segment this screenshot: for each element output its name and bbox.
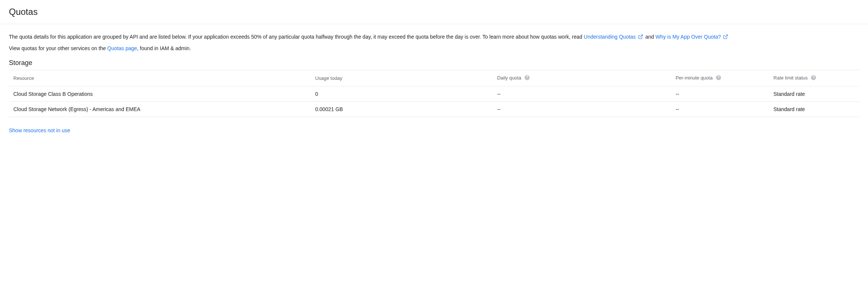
sub-intro-paragraph: View quotas for your other services on t… [9, 45, 859, 52]
show-resources-toggle[interactable]: Show resources not in use [9, 127, 70, 133]
understanding-quotas-link[interactable]: Understanding Quotas [584, 34, 645, 40]
sub-intro-text-after: , found in IAM & admin. [137, 45, 191, 51]
help-icon[interactable] [811, 76, 816, 82]
show-resources-toggle-label: Show resources not in use [9, 127, 70, 133]
cell-rate: Standard rate [769, 87, 859, 102]
col-header-perminute-label: Per-minute quota [675, 75, 713, 81]
quotas-page-link[interactable]: Quotas page [107, 45, 137, 51]
why-over-quota-link-label: Why is My App Over Quota? [655, 34, 721, 40]
table-row: Cloud Storage Network (Egress) - America… [9, 102, 859, 117]
quota-table: Resource Usage today Daily quota Per-min… [9, 70, 859, 117]
section-title-storage: Storage [9, 59, 859, 67]
page-title: Quotas [9, 7, 859, 17]
col-header-usage: Usage today [311, 70, 493, 87]
col-header-rate: Rate limit status [769, 70, 859, 87]
why-over-quota-link[interactable]: Why is My App Over Quota? [655, 34, 729, 40]
table-header-row: Resource Usage today Daily quota Per-min… [9, 70, 859, 87]
quotas-page-link-label: Quotas page [107, 45, 137, 51]
col-header-daily-label: Daily quota [497, 75, 521, 81]
cell-perminute: -- [671, 102, 769, 117]
help-icon[interactable] [716, 76, 721, 82]
external-link-icon [638, 34, 643, 42]
understanding-quotas-link-label: Understanding Quotas [584, 34, 636, 40]
cell-resource: Cloud Storage Class B Operations [9, 87, 311, 102]
col-header-rate-label: Rate limit status [773, 75, 808, 81]
intro-text-2: and [645, 34, 655, 40]
cell-resource: Cloud Storage Network (Egress) - America… [9, 102, 311, 117]
col-header-perminute: Per-minute quota [671, 70, 769, 87]
cell-daily: -- [493, 87, 671, 102]
sub-intro-text-before: View quotas for your other services on t… [9, 45, 107, 51]
external-link-icon [723, 34, 728, 42]
cell-usage: 0 [311, 87, 493, 102]
cell-perminute: -- [671, 87, 769, 102]
svg-line-0 [640, 35, 642, 37]
page-header: Quotas [0, 0, 868, 24]
intro-paragraph: The quota details for this application a… [9, 33, 859, 42]
svg-line-1 [725, 35, 727, 37]
page-content: The quota details for this application a… [0, 24, 868, 142]
intro-text-1: The quota details for this application a… [9, 34, 584, 40]
cell-rate: Standard rate [769, 102, 859, 117]
table-row: Cloud Storage Class B Operations 0 -- --… [9, 87, 859, 102]
cell-usage: 0.00021 GB [311, 102, 493, 117]
col-header-resource: Resource [9, 70, 311, 87]
help-icon[interactable] [524, 76, 530, 82]
col-header-daily: Daily quota [493, 70, 671, 87]
cell-daily: -- [493, 102, 671, 117]
